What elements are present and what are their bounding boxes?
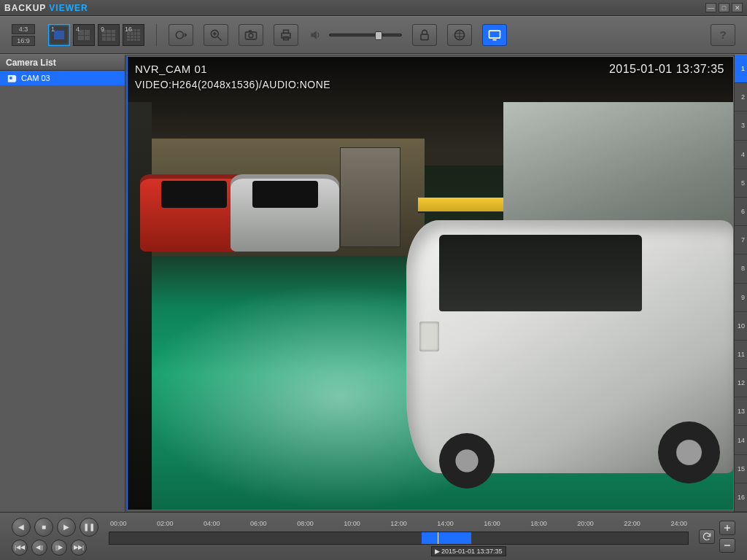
pause-button[interactable]: ❚❚: [80, 518, 98, 537]
main-toolbar: 4:3 16:9 1 4 9 16: [0, 16, 747, 54]
layout-4-button[interactable]: 4: [73, 24, 95, 46]
channel-8[interactable]: 8: [735, 254, 747, 283]
channel-5[interactable]: 5: [735, 169, 747, 198]
app-title-2: VIEWER: [49, 3, 88, 13]
reverse-play-button[interactable]: ◀: [12, 518, 31, 537]
channel-4[interactable]: 4: [735, 141, 747, 169]
video-area: NVR_CAM 01 VIDEO:H264(2048x1536)/AUDIO:N…: [125, 55, 747, 512]
zoom-button[interactable]: [204, 24, 228, 46]
channel-16[interactable]: 16: [735, 483, 747, 512]
camera-item-label: CAM 03: [21, 74, 50, 82]
svg-point-0: [176, 31, 183, 39]
layout-group: 1 4 9 16: [48, 24, 144, 46]
timeline-tick: 20:00: [577, 520, 594, 530]
speaker-icon: [309, 28, 323, 42]
camera-list-header: Camera List: [0, 55, 125, 71]
volume-control: [309, 28, 402, 42]
timeline-tick: 10:00: [344, 520, 360, 530]
layout-1-button[interactable]: 1: [48, 24, 70, 46]
channel-7[interactable]: 7: [735, 226, 747, 254]
close-button[interactable]: ✕: [732, 3, 743, 12]
fisheye-button[interactable]: [447, 24, 472, 46]
separator: [156, 24, 157, 46]
timeline-tick: 24:00: [670, 520, 687, 530]
playback-bar: ◀ ■ ▶ ❚❚ |◀◀ ◀|| ||▶ ▶▶| 00:0002:0004:00…: [0, 512, 747, 560]
print-button[interactable]: [274, 24, 298, 46]
timeline-tick: 00:00: [110, 520, 127, 530]
timeline-tick: 04:00: [204, 520, 220, 530]
timeline-tick: 02:00: [157, 520, 174, 530]
monitor-icon: [487, 28, 502, 42]
timeline-tick: 22:00: [624, 520, 640, 530]
svg-line-2: [218, 37, 222, 41]
timeline-tick: 12:00: [390, 520, 407, 530]
skip-forward-button[interactable]: ▶▶|: [71, 540, 87, 556]
minimize-button[interactable]: —: [705, 3, 716, 12]
skip-back-button[interactable]: |◀◀: [12, 540, 28, 556]
screen-ratio-button[interactable]: [482, 24, 507, 46]
step-forward-button[interactable]: ||▶: [51, 540, 67, 556]
channel-13[interactable]: 13: [735, 397, 747, 426]
stop-button[interactable]: ■: [34, 518, 53, 537]
timeline-recorded-segment: [422, 532, 471, 544]
layout-16-button[interactable]: 16: [123, 24, 144, 46]
lock-icon: [417, 28, 432, 42]
channel-12[interactable]: 12: [735, 369, 747, 397]
osd-toggle-button[interactable]: [169, 24, 193, 46]
volume-thumb[interactable]: [375, 31, 382, 40]
channel-14[interactable]: 14: [735, 426, 747, 454]
circle-icon: [174, 28, 188, 42]
channel-6[interactable]: 6: [735, 198, 747, 226]
video-frame[interactable]: NVR_CAM 01 VIDEO:H264(2048x1536)/AUDIO:N…: [127, 56, 734, 510]
aspect-16-9-button[interactable]: 16:9: [12, 36, 35, 46]
timeline-cursor-label: ▶ 2015-01-01 13:37:35: [431, 546, 506, 556]
svg-point-18: [9, 77, 12, 79]
timeline-reset-button[interactable]: [699, 529, 715, 544]
overlay-timestamp: 2015-01-01 13:37:35: [609, 63, 724, 76]
playback-cluster: ◀ ■ ▶ ❚❚ |◀◀ ◀|| ||▶ ▶▶|: [12, 518, 98, 556]
maximize-button[interactable]: □: [719, 3, 729, 12]
volume-slider[interactable]: [329, 34, 402, 36]
svg-rect-11: [421, 34, 428, 39]
dewarp-button[interactable]: [412, 24, 437, 46]
camera-icon: [244, 28, 258, 42]
timeline-zoom-out-button[interactable]: [719, 538, 735, 553]
svg-text:?: ?: [719, 28, 726, 41]
channel-11[interactable]: 11: [735, 341, 747, 369]
svg-rect-9: [284, 30, 289, 33]
printer-icon: [279, 28, 293, 42]
timeline-tick: 18:00: [530, 520, 547, 530]
timeline-tick: 08:00: [297, 520, 314, 530]
snapshot-button[interactable]: [239, 24, 263, 46]
layout-9-button[interactable]: 9: [98, 24, 120, 46]
app-title-1: BACKUP: [4, 3, 46, 13]
timeline-tick: 16:00: [484, 520, 500, 530]
help-button[interactable]: ?: [711, 24, 735, 46]
channel-15[interactable]: 15: [735, 455, 747, 483]
overlay-camera-name: NVR_CAM 01: [135, 63, 207, 75]
video-scene: [128, 57, 733, 510]
channel-1[interactable]: 1: [735, 55, 747, 83]
aspect-4-3-button[interactable]: 4:3: [12, 24, 35, 34]
channel-2[interactable]: 2: [735, 83, 747, 112]
timeline-track[interactable]: [109, 532, 689, 545]
plus-icon: [723, 524, 732, 532]
timeline-tick: 06:00: [250, 520, 267, 530]
camera-list-item[interactable]: CAM 03: [0, 71, 125, 85]
channel-10[interactable]: 10: [735, 312, 747, 341]
timeline-zoom-cluster: [699, 521, 735, 553]
question-icon: ?: [716, 28, 730, 42]
camera-item-icon: [7, 74, 17, 82]
timeline[interactable]: 00:0002:0004:0006:0008:0010:0012:0014:00…: [109, 520, 689, 553]
step-back-button[interactable]: ◀||: [31, 540, 47, 556]
timeline-cursor[interactable]: [438, 532, 438, 544]
camera-list-panel: Camera List CAM 03: [0, 55, 125, 512]
channel-3[interactable]: 3: [735, 112, 747, 140]
overlay-codec-info: VIDEO:H264(2048x1536)/AUDIO:NONE: [135, 79, 330, 90]
play-button[interactable]: ▶: [57, 518, 76, 537]
timeline-zoom-in-button[interactable]: [719, 521, 735, 535]
timeline-tick: 14:00: [437, 520, 454, 530]
svg-rect-7: [249, 30, 252, 32]
timeline-labels: 00:0002:0004:0006:0008:0010:0012:0014:00…: [109, 520, 689, 530]
channel-9[interactable]: 9: [735, 284, 747, 312]
